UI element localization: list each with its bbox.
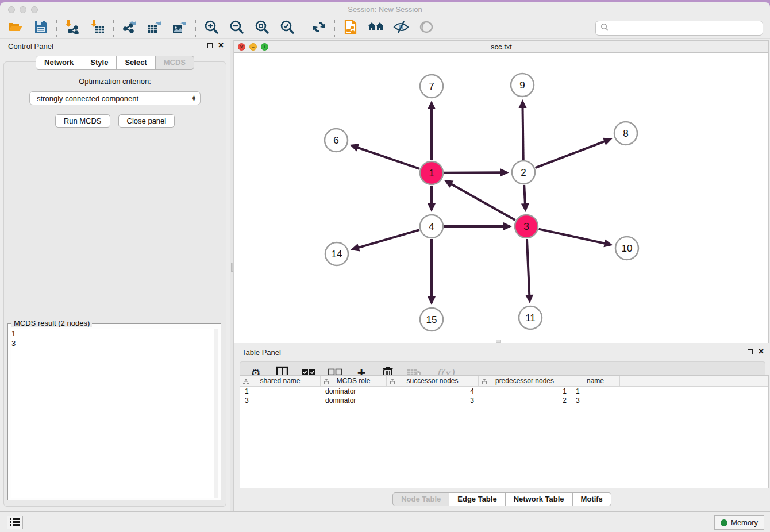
result-scrollbar[interactable] <box>214 329 218 498</box>
column-header-shared-name[interactable]: shared name <box>240 376 321 386</box>
float-table-panel-icon[interactable] <box>748 349 753 354</box>
table-cell[interactable]: 1 <box>479 387 571 396</box>
open-file-button[interactable] <box>7 20 24 37</box>
eye-disabled-icon <box>419 21 434 35</box>
search-input[interactable] <box>611 23 758 33</box>
zoom-fit-button[interactable] <box>253 20 271 37</box>
table-cell[interactable]: 2 <box>479 396 571 405</box>
zoom-selected-icon <box>280 20 295 36</box>
close-table-panel-icon[interactable]: ✕ <box>758 349 764 354</box>
import-network-button[interactable] <box>64 20 81 37</box>
table-cell[interactable]: 3 <box>387 396 479 405</box>
tab-motifs[interactable]: Motifs <box>573 492 611 506</box>
edge-2-8[interactable] <box>536 141 606 168</box>
open-folder-icon <box>8 21 23 35</box>
column-header-MCDS-role[interactable]: MCDS role <box>321 376 387 386</box>
edge-4-14[interactable] <box>357 230 419 248</box>
mcds-panel: Optimization criterion: strongly connect… <box>3 61 226 507</box>
node-label-11: 11 <box>525 313 536 323</box>
edge-2-3[interactable] <box>524 185 525 205</box>
arrowhead-1-2 <box>500 168 509 176</box>
edge-1-2[interactable] <box>444 172 502 173</box>
memory-button[interactable]: Memory <box>714 515 764 530</box>
splitter-grip[interactable] <box>231 263 233 272</box>
criterion-value: strongly connected component <box>37 94 191 103</box>
column-header-name[interactable]: name <box>571 376 620 386</box>
zoom-out-button[interactable] <box>228 20 245 37</box>
table-cell[interactable]: 1 <box>240 387 321 396</box>
column-label: shared name <box>260 377 300 385</box>
node-table[interactable]: shared nameMCDS rolesuccessor nodesprede… <box>240 375 769 488</box>
criterion-dropdown[interactable]: strongly connected component ▲▼ <box>29 91 201 105</box>
arrowhead-4-3 <box>503 222 512 230</box>
app-window: Session: New Session <box>0 2 770 532</box>
tab-node-table[interactable]: Node Table <box>392 492 449 506</box>
arrowhead-1-4 <box>428 203 436 212</box>
node-label-14: 14 <box>332 249 342 260</box>
table-cell[interactable]: 3 <box>240 396 321 405</box>
arrowhead-2-9 <box>519 99 527 108</box>
hierarchy-icon <box>324 378 329 386</box>
network-canvas[interactable]: 7968124314101511 <box>234 53 768 343</box>
tab-edge-table[interactable]: Edge Table <box>449 492 505 506</box>
network-graph[interactable]: 7968124314101511 <box>234 53 768 343</box>
hierarchy-icon <box>243 378 249 386</box>
table-row[interactable]: 1dominator411 <box>240 387 768 396</box>
table-cell[interactable]: dominator <box>321 387 387 396</box>
zoom-in-button[interactable] <box>203 20 220 37</box>
column-header-successor-nodes[interactable]: successor nodes <box>387 376 479 386</box>
edge-3-1[interactable] <box>451 184 515 221</box>
clone-network-button[interactable] <box>342 20 359 37</box>
arrowhead-1-6 <box>350 144 359 151</box>
refresh-button[interactable] <box>310 20 328 37</box>
home-button[interactable] <box>367 20 384 37</box>
close-panel-button[interactable]: Close panel <box>118 114 175 128</box>
tab-network-table[interactable]: Network Table <box>506 492 573 506</box>
table-cell[interactable]: 3 <box>571 396 620 405</box>
arrowhead-4-14 <box>351 244 360 251</box>
tab-mcds[interactable]: MCDS <box>156 56 194 70</box>
edge-3-11[interactable] <box>527 239 529 296</box>
import-table-icon <box>90 20 105 36</box>
edge-3-10[interactable] <box>538 229 605 244</box>
float-panel-icon[interactable] <box>207 43 213 48</box>
export-table-button[interactable] <box>146 20 163 37</box>
task-history-button[interactable] <box>7 516 23 529</box>
column-header-predecessor-nodes[interactable]: predecessor nodes <box>479 376 571 386</box>
node-label-9: 9 <box>519 80 525 91</box>
edge-1-6[interactable] <box>357 147 419 169</box>
close-panel-icon[interactable]: ✕ <box>218 43 224 48</box>
import-table-button[interactable] <box>89 20 106 37</box>
table-panel: Table Panel ✕ ⚙ <box>234 346 770 511</box>
panel-splitter[interactable] <box>230 40 234 511</box>
table-cell[interactable]: 4 <box>387 387 479 396</box>
save-disk-icon <box>34 21 47 35</box>
hide-panel-button[interactable] <box>392 20 410 37</box>
column-label: predecessor nodes <box>495 377 554 385</box>
mcds-result-text[interactable]: 1 3 <box>11 329 214 498</box>
show-panel-button[interactable] <box>418 20 435 37</box>
save-session-button[interactable] <box>32 20 49 37</box>
edge-2-9[interactable] <box>523 107 523 160</box>
control-panel-tabstrip: NetworkStyleSelectMCDS <box>0 56 230 70</box>
table-row[interactable]: 3dominator323 <box>240 396 768 405</box>
arrowhead-2-3 <box>521 203 529 212</box>
table-cell[interactable]: 1 <box>571 387 620 396</box>
canvas-grip[interactable] <box>496 340 501 343</box>
refresh-icon <box>312 20 326 36</box>
tab-select[interactable]: Select <box>117 56 155 70</box>
node-label-6: 6 <box>333 135 338 146</box>
node-label-7: 7 <box>429 81 434 92</box>
dropdown-arrows-icon: ▲▼ <box>191 95 197 101</box>
search-field[interactable] <box>595 21 763 36</box>
export-image-button[interactable] <box>171 20 188 37</box>
control-panel: Control Panel ✕ NetworkStyleSelectMCDS O… <box>0 40 230 511</box>
tab-network[interactable]: Network <box>36 56 82 70</box>
tab-style[interactable]: Style <box>82 56 117 70</box>
window-title: Session: New Session <box>0 5 770 14</box>
zoom-selected-button[interactable] <box>279 20 296 37</box>
optimization-criterion-label: Optimization criterion: <box>4 77 226 86</box>
export-network-button[interactable] <box>121 20 138 37</box>
run-mcds-button[interactable]: Run MCDS <box>55 114 110 128</box>
table-cell[interactable]: dominator <box>321 396 387 405</box>
